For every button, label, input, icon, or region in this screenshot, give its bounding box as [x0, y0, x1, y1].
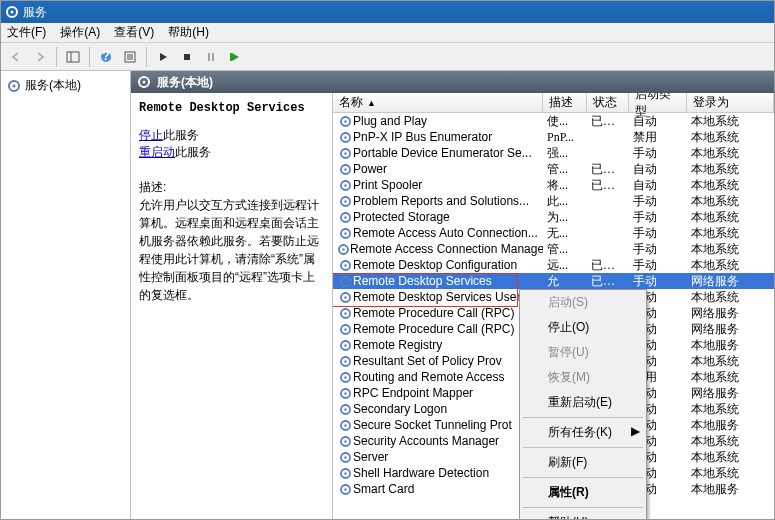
- start-service-button[interactable]: [152, 46, 174, 68]
- service-row[interactable]: Remote Access Auto Connection...无...手动本地…: [333, 225, 774, 241]
- service-name: Remote Access Auto Connection...: [353, 226, 538, 240]
- menu-view[interactable]: 查看(V): [114, 24, 154, 41]
- service-logon: 本地系统: [687, 449, 774, 466]
- service-logon: 本地系统: [687, 257, 774, 274]
- service-status: 已启动: [587, 177, 629, 194]
- service-logon: 本地系统: [687, 177, 774, 194]
- selected-service-name: Remote Desktop Services: [139, 101, 324, 115]
- stop-service-button[interactable]: [176, 46, 198, 68]
- ctx-properties[interactable]: 属性(R): [520, 480, 646, 505]
- service-desc: 允: [543, 273, 587, 290]
- service-name: Print Spooler: [353, 178, 422, 192]
- gear-icon: [337, 339, 353, 352]
- menu-action[interactable]: 操作(A): [60, 24, 100, 41]
- svg-point-23: [344, 152, 346, 154]
- service-name: Remote Procedure Call (RPC): [353, 322, 514, 336]
- gear-icon: [337, 435, 353, 448]
- gear-icon: [337, 147, 353, 160]
- service-row[interactable]: Problem Reports and Solutions...此...手动本地…: [333, 193, 774, 209]
- menu-divider: [523, 447, 643, 448]
- ctx-resume[interactable]: 恢复(M): [520, 365, 646, 390]
- column-description[interactable]: 描述: [543, 93, 587, 112]
- menu-divider: [523, 477, 643, 478]
- service-logon: 本地系统: [687, 193, 774, 210]
- service-name: Server: [353, 450, 388, 464]
- gear-icon: [337, 227, 353, 240]
- gear-icon: [337, 179, 353, 192]
- service-startup: 手动: [629, 209, 687, 226]
- restart-link[interactable]: 重启动: [139, 145, 175, 159]
- gear-icon: [337, 131, 353, 144]
- service-row[interactable]: Print Spooler将...已启动自动本地系统: [333, 177, 774, 193]
- gear-icon: [337, 243, 350, 256]
- help-button[interactable]: ?: [95, 46, 117, 68]
- restart-service-button[interactable]: [224, 46, 246, 68]
- menubar: 文件(F) 操作(A) 查看(V) 帮助(H): [1, 23, 774, 43]
- svg-rect-12: [212, 53, 214, 61]
- service-row[interactable]: Power管...已启动自动本地系统: [333, 161, 774, 177]
- back-button[interactable]: [5, 46, 27, 68]
- svg-rect-10: [184, 54, 190, 60]
- service-logon: 网络服务: [687, 385, 774, 402]
- svg-point-19: [344, 120, 346, 122]
- svg-point-15: [13, 84, 16, 87]
- gear-icon: [337, 387, 353, 400]
- service-row[interactable]: Plug and Play使...已启动自动本地系统: [333, 113, 774, 129]
- gear-icon: [337, 163, 353, 176]
- service-name: Remote Procedure Call (RPC): [353, 306, 514, 320]
- show-hide-tree-button[interactable]: [62, 46, 84, 68]
- tree-item-services-local[interactable]: 服务(本地): [5, 75, 126, 96]
- svg-rect-2: [67, 52, 79, 62]
- ctx-all-tasks[interactable]: 所有任务(K)▶: [520, 420, 646, 445]
- svg-point-59: [344, 440, 346, 442]
- service-logon: 本地系统: [687, 225, 774, 242]
- context-menu: 启动(S) 停止(O) 暂停(U) 恢复(M) 重新启动(E) 所有任务(K)▶…: [519, 289, 647, 519]
- service-logon: 本地系统: [687, 209, 774, 226]
- service-name: Remote Registry: [353, 338, 442, 352]
- service-startup: 手动: [629, 273, 687, 290]
- service-row[interactable]: Remote Desktop Services允已启动手动网络服务: [333, 273, 774, 289]
- service-desc: 将...: [543, 177, 587, 194]
- window-titlebar: 服务: [1, 1, 774, 23]
- service-row[interactable]: Protected Storage为...手动本地系统: [333, 209, 774, 225]
- ctx-help[interactable]: 帮助(H): [520, 510, 646, 519]
- pause-service-button[interactable]: [200, 46, 222, 68]
- description-label: 描述:: [139, 179, 324, 196]
- service-logon: 本地系统: [687, 113, 774, 130]
- menu-divider: [523, 417, 643, 418]
- properties-button[interactable]: [119, 46, 141, 68]
- ctx-stop[interactable]: 停止(O): [520, 315, 646, 340]
- column-startup-type[interactable]: 启动类型: [629, 93, 687, 112]
- ctx-restart[interactable]: 重新启动(E): [520, 390, 646, 415]
- gear-icon: [337, 371, 353, 384]
- service-desc: 为...: [543, 209, 587, 226]
- service-name: Secure Socket Tunneling Prot: [353, 418, 512, 432]
- service-startup: 手动: [629, 193, 687, 210]
- svg-point-55: [344, 408, 346, 410]
- service-name: Power: [353, 162, 387, 176]
- column-status[interactable]: 状态: [587, 93, 629, 112]
- gear-icon: [337, 483, 353, 496]
- service-row[interactable]: PnP-X IP Bus EnumeratorPnP...禁用本地系统: [333, 129, 774, 145]
- ctx-start[interactable]: 启动(S): [520, 290, 646, 315]
- service-logon: 本地系统: [687, 369, 774, 386]
- menu-file[interactable]: 文件(F): [7, 24, 46, 41]
- app-icon: [5, 5, 19, 19]
- service-desc: 无...: [543, 225, 587, 242]
- ctx-pause[interactable]: 暂停(U): [520, 340, 646, 365]
- service-row[interactable]: Remote Desktop Configuration远...已启动手动本地系…: [333, 257, 774, 273]
- svg-point-49: [344, 360, 346, 362]
- ctx-refresh[interactable]: 刷新(F): [520, 450, 646, 475]
- service-row[interactable]: Remote Access Connection Manager管...手动本地…: [333, 241, 774, 257]
- column-logon-as[interactable]: 登录为: [687, 93, 774, 112]
- forward-button[interactable]: [29, 46, 51, 68]
- stop-link[interactable]: 停止: [139, 128, 163, 142]
- menu-help[interactable]: 帮助(H): [168, 24, 209, 41]
- toolbar-separator: [89, 47, 90, 67]
- service-logon: 本地系统: [687, 401, 774, 418]
- column-name[interactable]: 名称 ▲: [333, 93, 543, 112]
- service-startup: 手动: [629, 241, 687, 258]
- service-row[interactable]: Portable Device Enumerator Se...强...手动本地…: [333, 145, 774, 161]
- svg-point-43: [344, 312, 346, 314]
- service-logon: 网络服务: [687, 273, 774, 290]
